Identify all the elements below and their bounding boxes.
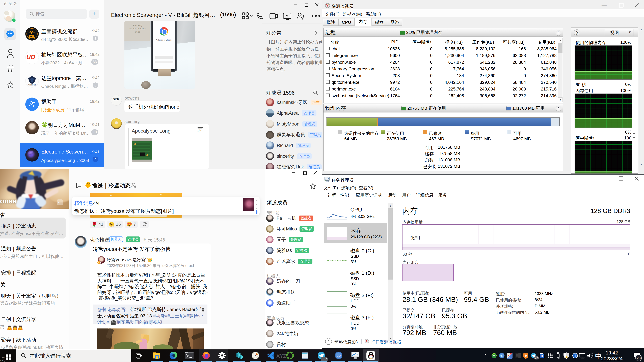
svg-text:z: z — [10, 84, 11, 86]
svg-text:D: D — [541, 355, 543, 358]
svg-text:qb: qb — [336, 354, 340, 358]
svg-text:qb: qb — [500, 354, 504, 357]
svg-text:TOPMORE: TOPMORE — [28, 84, 36, 86]
